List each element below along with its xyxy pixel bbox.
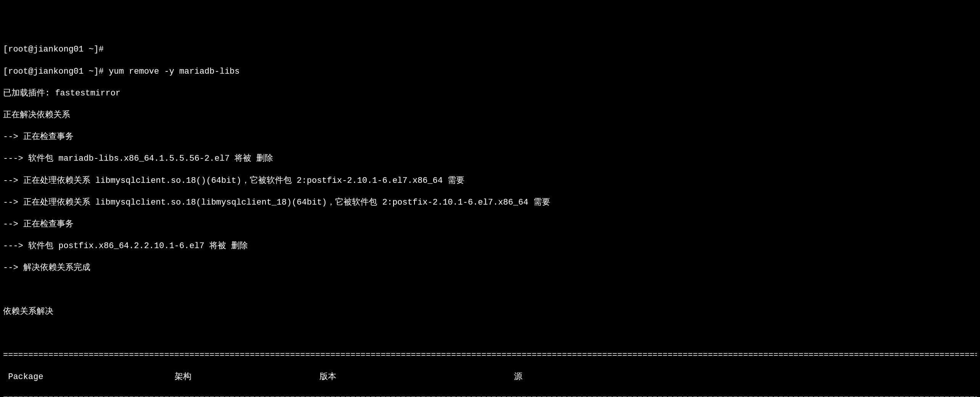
shell-command[interactable]: [root@jiankong01 ~]# yum remove -y maria…	[3, 66, 977, 77]
blank-line	[3, 284, 977, 295]
output-checking-trans: --> 正在检查事务	[3, 132, 977, 143]
shell-prompt-empty: [root@jiankong01 ~]#	[3, 44, 977, 55]
table-divider-header: ========================================…	[3, 394, 977, 397]
output-package-postfix: ---> 软件包 postfix.x86_64.2.2.10.1-6.el7 将…	[3, 241, 977, 252]
blank-line	[3, 328, 977, 339]
output-package-mariadb: ---> 软件包 mariadb-libs.x86_64.1.5.5.56-2.…	[3, 153, 977, 165]
deps-resolved-label: 依赖关系解决	[3, 307, 977, 318]
table-divider-top: ========================================…	[3, 350, 977, 361]
output-deps-done: --> 解决依赖关系完成	[3, 263, 977, 274]
output-plugin-loaded: 已加载插件: fastestmirror	[3, 88, 977, 99]
output-resolving-deps: 正在解决依赖关系	[3, 110, 977, 121]
header-arch: 架构	[175, 372, 320, 383]
header-version: 版本	[320, 372, 514, 383]
header-source: 源	[514, 372, 977, 383]
output-dep-libmysql2: --> 正在处理依赖关系 libmysqlclient.so.18(libmys…	[3, 197, 977, 208]
output-checking-trans2: --> 正在检查事务	[3, 219, 977, 230]
table-header-row: Package 架构 版本 源	[3, 372, 977, 383]
header-package: Package	[3, 372, 175, 383]
output-dep-libmysql1: --> 正在处理依赖关系 libmysqlclient.so.18()(64bi…	[3, 176, 977, 187]
